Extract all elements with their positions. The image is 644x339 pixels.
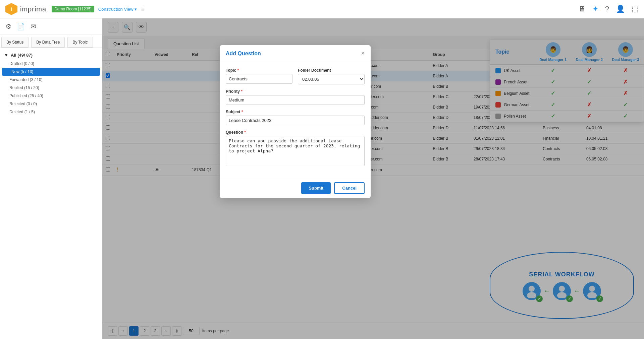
tree-item-rejected[interactable]: Rejected (0 / 0) bbox=[0, 100, 102, 108]
document-icon[interactable]: 📄 bbox=[17, 22, 25, 30]
logo-icon: i bbox=[5, 3, 17, 15]
form-group-topic: Topic * bbox=[226, 68, 292, 84]
topic-label: Topic * bbox=[226, 68, 292, 73]
tree-item-replied[interactable]: Replied (15 / 20) bbox=[0, 84, 102, 92]
main-content: + 🔍 👁 Question List Priority Viewed Ref … bbox=[102, 18, 644, 339]
form-group-subject: Subject * bbox=[226, 110, 365, 125]
subject-input[interactable] bbox=[226, 116, 365, 125]
modal-close-button[interactable]: × bbox=[361, 50, 365, 57]
modal-footer: Submit Cancel bbox=[220, 178, 371, 198]
view-selector[interactable]: Construction View ▾ bbox=[98, 7, 137, 12]
filter-tabs: By Status By Data Tree By Topic bbox=[0, 35, 102, 48]
form-group-priority: Priority * bbox=[226, 89, 365, 105]
priority-label: Priority * bbox=[226, 89, 365, 94]
question-textarea[interactable]: Please can you provide the additional Le… bbox=[226, 136, 365, 166]
modal-overlay: Add Question × Topic * Folder bbox=[102, 18, 644, 339]
tree-item-drafted[interactable]: Drafted (0 / 0) bbox=[0, 60, 102, 68]
tab-by-topic[interactable]: By Topic bbox=[67, 37, 93, 48]
sidebar-tools: ⚙ 📄 ✉ bbox=[0, 18, 102, 35]
top-nav: i imprima Demo Room [11235] Construction… bbox=[0, 0, 644, 18]
email-icon[interactable]: ✉ bbox=[31, 22, 36, 30]
add-question-modal: Add Question × Topic * Folder bbox=[220, 45, 371, 198]
room-badge: Demo Room [11235] bbox=[52, 6, 94, 12]
folder-select[interactable]: 02.03.05 bbox=[298, 74, 365, 84]
monitor-icon[interactable]: 🖥 bbox=[578, 5, 586, 13]
form-row-question: Question * Please can you provide the ad… bbox=[226, 130, 365, 167]
tab-by-data-tree[interactable]: By Data Tree bbox=[31, 37, 65, 48]
submit-button[interactable]: Submit bbox=[301, 182, 331, 194]
form-group-folder: Folder Document 02.03.05 bbox=[298, 68, 365, 84]
form-row-topic-folder: Topic * Folder Document 02.03.05 bbox=[226, 68, 365, 84]
topic-input[interactable] bbox=[226, 74, 292, 84]
tab-by-status[interactable]: By Status bbox=[1, 37, 29, 48]
tree-area: ▼ All (49/ 87) Drafted (0 / 0) New (5 / … bbox=[0, 48, 102, 339]
tree-item-forwarded[interactable]: Forwarded (3 / 10) bbox=[0, 76, 102, 84]
subject-label: Subject * bbox=[226, 110, 365, 114]
tree-root[interactable]: ▼ All (49/ 87) bbox=[0, 51, 102, 60]
tree-item-published[interactable]: Published (25 / 40) bbox=[0, 92, 102, 100]
main-layout: ⚙ 📄 ✉ By Status By Data Tree By Topic ▼ … bbox=[0, 18, 644, 339]
left-sidebar: ⚙ 📄 ✉ By Status By Data Tree By Topic ▼ … bbox=[0, 18, 102, 339]
form-row-priority: Priority * bbox=[226, 89, 365, 105]
settings-icon[interactable]: ⚙ bbox=[5, 22, 11, 30]
user-icon[interactable]: 👤 bbox=[616, 5, 625, 13]
modal-header: Add Question × bbox=[220, 45, 371, 62]
nav-right: 🖥 ✦ ? 👤 ⬚ bbox=[578, 5, 639, 13]
logout-icon[interactable]: ⬚ bbox=[632, 5, 639, 13]
tree-item-deleted[interactable]: Deleted (1 / 5) bbox=[0, 108, 102, 116]
logo-text: imprima bbox=[20, 5, 46, 13]
hamburger-menu[interactable]: ≡ bbox=[141, 6, 145, 13]
form-group-question: Question * Please can you provide the ad… bbox=[226, 130, 365, 167]
help-icon[interactable]: ? bbox=[605, 5, 609, 13]
priority-input[interactable] bbox=[226, 95, 365, 105]
folder-label: Folder Document bbox=[298, 68, 365, 73]
question-label: Question * bbox=[226, 130, 365, 135]
cancel-button[interactable]: Cancel bbox=[334, 182, 365, 194]
ai-icon[interactable]: ✦ bbox=[592, 5, 598, 13]
logo-area: i imprima bbox=[5, 3, 46, 15]
modal-body: Topic * Folder Document 02.03.05 bbox=[220, 62, 371, 178]
tree-item-new[interactable]: New (5 / 13) bbox=[2, 68, 100, 76]
modal-title: Add Question bbox=[226, 51, 261, 57]
form-row-subject: Subject * bbox=[226, 110, 365, 125]
